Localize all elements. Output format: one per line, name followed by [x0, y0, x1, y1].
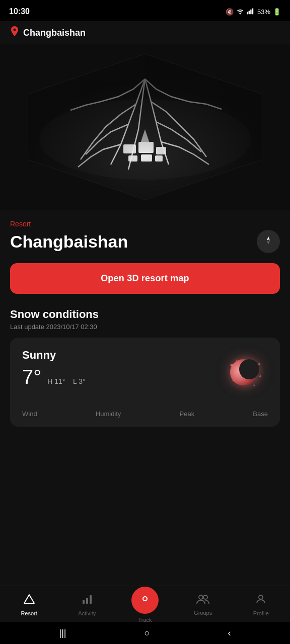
weather-main: Sunny 7° H 11° L 3° — [22, 349, 268, 394]
compass-icon — [263, 235, 273, 248]
weather-stat-peak: Peak — [180, 410, 195, 418]
svg-rect-0 — [247, 12, 248, 14]
resort-icon — [23, 593, 35, 608]
resort-name: Changbaishan — [10, 232, 128, 252]
nav-item-resort[interactable]: Resort — [12, 593, 47, 616]
svg-point-24 — [253, 384, 255, 386]
weather-stat-base: Base — [253, 410, 268, 418]
weather-card: Sunny 7° H 11° L 3° — [10, 338, 280, 427]
main-content: Resort Changbaishan Open 3D resort map S… — [0, 210, 290, 500]
open-3d-map-button[interactable]: Open 3D resort map — [10, 263, 280, 294]
groups-icon — [196, 594, 209, 608]
home-button[interactable]: ○ — [134, 624, 160, 642]
activity-icon — [81, 593, 93, 608]
weather-icon-area — [223, 349, 268, 394]
location-pin-icon — [10, 26, 19, 40]
hero-3d-image[interactable] — [0, 44, 290, 210]
svg-point-23 — [232, 379, 234, 381]
header-location-name: Changbaishan — [23, 28, 86, 38]
weather-stats: Wind Humidity Peak Base — [22, 403, 268, 418]
weather-condition: Sunny — [22, 349, 86, 362]
svg-marker-26 — [24, 595, 34, 603]
nav-item-track[interactable]: Track — [127, 587, 163, 623]
weather-left: Sunny 7° H 11° L 3° — [22, 349, 86, 388]
svg-rect-29 — [90, 595, 92, 604]
nav-label-groups: Groups — [194, 610, 212, 616]
nav-label-resort: Resort — [21, 610, 37, 616]
svg-point-20 — [230, 364, 233, 366]
svg-point-32 — [199, 595, 203, 599]
status-icons: 🔇 53% 🔋 — [226, 8, 281, 16]
signal-icon — [247, 8, 255, 16]
svg-rect-3 — [252, 8, 253, 14]
svg-rect-1 — [249, 11, 250, 14]
track-button[interactable] — [131, 587, 159, 614]
status-time: 10:30 — [9, 7, 30, 16]
weather-temp-row: 7° H 11° L 3° — [22, 366, 86, 388]
svg-rect-2 — [250, 9, 251, 14]
weather-condition-icon — [224, 350, 267, 393]
resort-name-row: Changbaishan — [10, 230, 280, 253]
weather-stat-wind: Wind — [22, 410, 37, 418]
header: Changbaishan — [0, 21, 290, 44]
weather-hi-lo: H 11° L 3° — [47, 377, 85, 385]
navigation-button[interactable] — [257, 230, 280, 253]
weather-temperature: 7° — [22, 366, 41, 388]
snow-last-update: Last update 2023/10/17 02:30 — [10, 323, 280, 331]
battery-text: 53% — [257, 8, 270, 16]
recents-button[interactable]: ||| — [49, 624, 77, 642]
svg-point-31 — [143, 597, 147, 600]
mute-icon: 🔇 — [226, 8, 234, 16]
snow-conditions-title: Snow conditions — [10, 308, 280, 321]
svg-point-25 — [236, 359, 237, 361]
profile-icon — [255, 593, 267, 608]
bottom-navigation: Resort Activity Track — [0, 586, 290, 622]
nav-item-groups[interactable]: Groups — [185, 594, 221, 616]
svg-point-33 — [203, 595, 207, 599]
system-navigation: ||| ○ ‹ — [0, 622, 290, 644]
svg-point-21 — [258, 363, 260, 365]
track-icon — [138, 592, 152, 608]
weather-high: H 11° — [47, 377, 65, 385]
resort-label: Resort — [10, 220, 280, 228]
svg-point-19 — [239, 359, 259, 379]
nav-label-activity: Activity — [78, 610, 96, 616]
weather-low: L 3° — [73, 377, 86, 385]
svg-marker-15 — [267, 236, 270, 240]
snow-conditions-section: Snow conditions Last update 2023/10/17 0… — [10, 308, 280, 427]
svg-marker-16 — [267, 240, 270, 245]
weather-stat-humidity: Humidity — [96, 410, 121, 418]
nav-item-profile[interactable]: Profile — [243, 593, 278, 616]
svg-point-22 — [259, 375, 261, 377]
nav-label-profile: Profile — [253, 610, 269, 616]
nav-item-activity[interactable]: Activity — [69, 593, 105, 616]
battery-icon: 🔋 — [273, 8, 281, 16]
svg-rect-28 — [86, 598, 88, 604]
wifi-icon — [236, 8, 244, 16]
svg-point-34 — [259, 595, 263, 599]
back-button[interactable]: ‹ — [218, 624, 241, 642]
status-bar: 10:30 🔇 53% 🔋 — [0, 0, 290, 21]
svg-rect-27 — [83, 600, 85, 604]
